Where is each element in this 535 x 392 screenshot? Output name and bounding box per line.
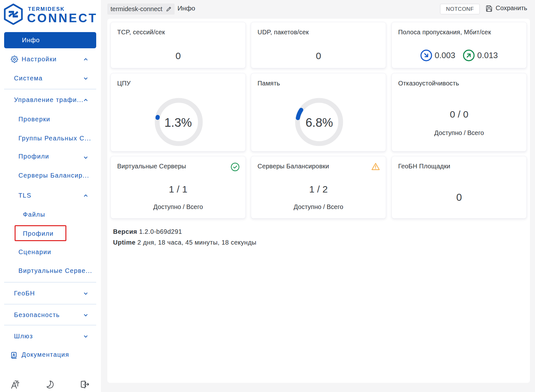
svg-text:1.3%: 1.3% xyxy=(164,116,192,129)
svg-text:6.8%: 6.8% xyxy=(305,116,333,129)
